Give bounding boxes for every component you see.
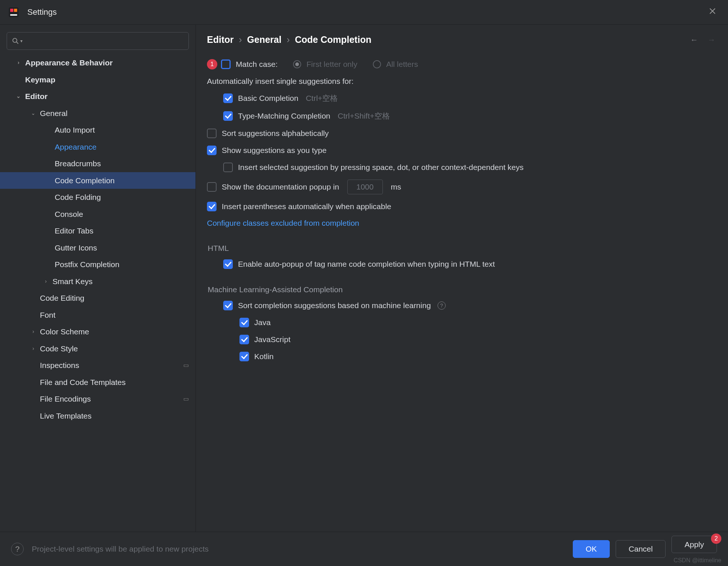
insert-selected-row: Insert selected suggestion by pressing s… bbox=[207, 159, 715, 176]
type-matching-shortcut: Ctrl+Shift+空格 bbox=[338, 111, 390, 121]
match-case-label: Match case: bbox=[236, 60, 278, 69]
tree-console[interactable]: Console bbox=[0, 206, 195, 223]
tree-editor-tabs[interactable]: Editor Tabs bbox=[0, 222, 195, 239]
ml-sort-checkbox[interactable] bbox=[223, 301, 233, 310]
callout-marker-2: 2 bbox=[711, 533, 721, 544]
tree-code-style[interactable]: ›Code Style bbox=[0, 340, 195, 357]
search-icon bbox=[11, 37, 20, 45]
close-button[interactable] bbox=[705, 5, 720, 19]
help-button[interactable]: ? bbox=[11, 543, 24, 555]
type-matching-checkbox[interactable] bbox=[223, 111, 233, 121]
app-logo-icon bbox=[8, 7, 19, 18]
footer: ? Project-level settings will be applied… bbox=[0, 532, 728, 566]
apply-button[interactable]: Apply bbox=[671, 536, 717, 553]
breadcrumb-code-completion: Code Completion bbox=[295, 34, 371, 45]
configure-classes-link[interactable]: Configure classes excluded from completi… bbox=[207, 219, 359, 228]
tree-code-folding[interactable]: Code Folding bbox=[0, 189, 195, 206]
tree-postfix-completion[interactable]: Postfix Completion bbox=[0, 256, 195, 273]
tree-code-completion[interactable]: Code Completion bbox=[0, 172, 195, 189]
cancel-button[interactable]: Cancel bbox=[616, 540, 666, 558]
as-you-type-checkbox[interactable] bbox=[207, 146, 217, 155]
ml-sort-row: Sort completion suggestions based on mac… bbox=[207, 297, 715, 314]
breadcrumb-editor[interactable]: Editor bbox=[207, 34, 234, 45]
ml-js-row: JavaScript bbox=[207, 331, 715, 348]
tree-smart-keys[interactable]: ›Smart Keys bbox=[0, 273, 195, 290]
help-icon[interactable]: ? bbox=[438, 301, 446, 310]
nav-back-icon[interactable]: ← bbox=[690, 35, 698, 44]
nav-arrows: ← → bbox=[690, 35, 715, 44]
html-section-label: HTML bbox=[207, 244, 715, 253]
auto-insert-label: Automatically insert single suggestions … bbox=[207, 73, 715, 89]
titlebar: Settings bbox=[0, 0, 728, 25]
sort-alpha-row: Sort suggestions alphabetically bbox=[207, 125, 715, 142]
insert-selected-checkbox[interactable] bbox=[223, 163, 233, 172]
configure-classes-row: Configure classes excluded from completi… bbox=[207, 215, 715, 231]
scope-icon: ▭ bbox=[183, 395, 189, 403]
match-case-checkbox[interactable] bbox=[221, 59, 231, 69]
svg-rect-3 bbox=[10, 14, 17, 16]
tree-auto-import[interactable]: Auto Import bbox=[0, 122, 195, 139]
first-letter-label: First letter only bbox=[306, 60, 357, 69]
tree-gutter-icons[interactable]: Gutter Icons bbox=[0, 239, 195, 256]
ml-java-checkbox[interactable] bbox=[239, 318, 249, 327]
ml-kotlin-row: Kotlin bbox=[207, 348, 715, 365]
window-title: Settings bbox=[27, 7, 57, 17]
svg-rect-1 bbox=[10, 9, 13, 12]
callout-marker-1: 1 bbox=[207, 59, 217, 69]
basic-completion-shortcut: Ctrl+空格 bbox=[306, 93, 338, 103]
ml-section-label: Machine Learning-Assisted Completion bbox=[207, 285, 715, 294]
show-doc-checkbox[interactable] bbox=[207, 182, 217, 192]
type-matching-row: Type-Matching Completion Ctrl+Shift+空格 bbox=[207, 107, 715, 125]
ml-js-checkbox[interactable] bbox=[239, 335, 249, 344]
tree-live-templates[interactable]: ›Live Templates bbox=[0, 408, 195, 424]
scope-icon: ▭ bbox=[183, 361, 189, 370]
svg-rect-2 bbox=[14, 9, 17, 12]
search-dropdown-icon[interactable]: ▾ bbox=[20, 38, 23, 44]
ok-button[interactable]: OK bbox=[573, 540, 610, 558]
breadcrumb-general[interactable]: General bbox=[247, 34, 282, 45]
tree-breadcrumbs[interactable]: Breadcrumbs bbox=[0, 155, 195, 172]
all-letters-radio[interactable] bbox=[373, 60, 381, 68]
footer-hint: Project-level settings will be applied t… bbox=[32, 545, 209, 553]
type-matching-label: Type-Matching Completion bbox=[238, 112, 330, 120]
panel-header: Editor › General › Code Completion ← → bbox=[196, 25, 728, 52]
tree-font[interactable]: ›Font bbox=[0, 307, 195, 324]
tree-appearance-behavior[interactable]: ›Appearance & Behavior bbox=[0, 54, 195, 71]
nav-forward-icon: → bbox=[708, 35, 715, 44]
basic-completion-checkbox[interactable] bbox=[223, 93, 233, 103]
as-you-type-row: Show suggestions as you type bbox=[207, 142, 715, 159]
ml-java-row: Java bbox=[207, 314, 715, 331]
watermark: CSDN @ittimeline bbox=[674, 557, 721, 564]
basic-completion-row: Basic Completion Ctrl+空格 bbox=[207, 89, 715, 107]
basic-completion-label: Basic Completion bbox=[238, 94, 298, 103]
breadcrumb: Editor › General › Code Completion bbox=[207, 34, 371, 45]
tree-file-encodings[interactable]: ›File Encodings▭ bbox=[0, 391, 195, 408]
show-doc-row: Show the documentation popup in 1000 ms bbox=[207, 176, 715, 198]
settings-tree: ›Appearance & Behavior ›Keymap ⌄Editor ⌄… bbox=[0, 54, 195, 532]
svg-line-5 bbox=[17, 42, 18, 44]
main-panel: Editor › General › Code Completion ← → 1… bbox=[196, 25, 728, 532]
settings-window: Settings ▾ ›Appearance & Behavior ›Keyma… bbox=[0, 0, 728, 566]
search-input[interactable]: ▾ bbox=[7, 32, 189, 50]
tree-inspections[interactable]: ›Inspections▭ bbox=[0, 357, 195, 374]
sort-alpha-checkbox[interactable] bbox=[207, 129, 217, 138]
match-case-row: 1 Match case: First letter only All lett… bbox=[207, 55, 715, 73]
insert-parens-row: Insert parentheses automatically when ap… bbox=[207, 198, 715, 215]
tree-code-editing[interactable]: ›Code Editing bbox=[0, 290, 195, 307]
tree-editor[interactable]: ⌄Editor bbox=[0, 88, 195, 105]
ml-kotlin-checkbox[interactable] bbox=[239, 352, 249, 361]
html-enable-row: Enable auto-popup of tag name code compl… bbox=[207, 256, 715, 273]
sidebar: ▾ ›Appearance & Behavior ›Keymap ⌄Editor… bbox=[0, 25, 196, 532]
all-letters-label: All letters bbox=[386, 60, 418, 69]
insert-parens-checkbox[interactable] bbox=[207, 202, 217, 211]
tree-appearance[interactable]: Appearance bbox=[0, 139, 195, 156]
first-letter-radio[interactable] bbox=[293, 60, 301, 68]
panel-body: 1 Match case: First letter only All lett… bbox=[196, 52, 728, 532]
tree-general[interactable]: ⌄General bbox=[0, 105, 195, 122]
tree-file-templates[interactable]: ›File and Code Templates bbox=[0, 374, 195, 391]
show-doc-ms-input[interactable]: 1000 bbox=[347, 180, 383, 194]
tree-keymap[interactable]: ›Keymap bbox=[0, 71, 195, 88]
html-enable-checkbox[interactable] bbox=[223, 259, 233, 269]
tree-color-scheme[interactable]: ›Color Scheme bbox=[0, 323, 195, 340]
svg-point-4 bbox=[13, 38, 17, 42]
